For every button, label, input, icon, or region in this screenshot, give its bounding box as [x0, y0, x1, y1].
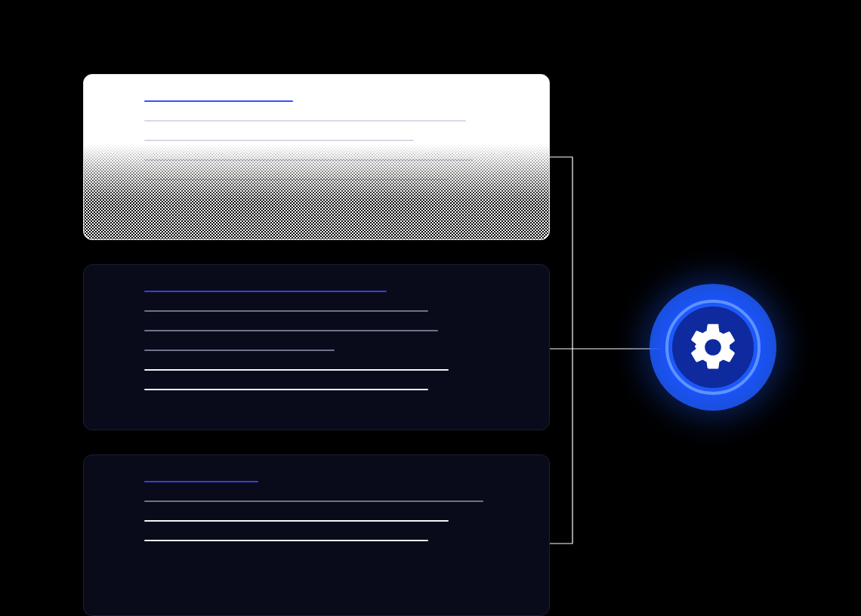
skeleton-line	[144, 291, 387, 292]
skeleton-line	[144, 520, 449, 522]
gear-badge	[650, 284, 776, 411]
skeleton-line	[144, 140, 414, 141]
skeleton-line	[144, 369, 449, 371]
skeleton-line	[144, 481, 258, 482]
card-1-lines	[144, 100, 489, 218]
card-3	[83, 454, 550, 616]
skeleton-line	[144, 179, 449, 180]
skeleton-line	[144, 389, 428, 390]
card-1	[83, 74, 550, 240]
skeleton-line	[144, 199, 473, 200]
skeleton-line	[144, 330, 438, 331]
gear-icon	[685, 319, 741, 375]
skeleton-line	[144, 120, 466, 122]
card-3-lines	[144, 481, 489, 559]
skeleton-line	[144, 100, 293, 102]
gear-badge-core	[672, 306, 754, 388]
skeleton-line	[144, 159, 473, 161]
card-2	[83, 264, 550, 430]
card-2-lines	[144, 291, 489, 408]
skeleton-line	[144, 310, 428, 312]
skeleton-line	[144, 540, 428, 541]
skeleton-line	[144, 350, 335, 351]
skeleton-line	[144, 500, 483, 502]
